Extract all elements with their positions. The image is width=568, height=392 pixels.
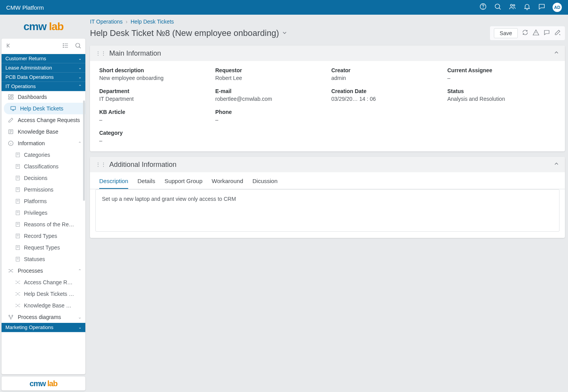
info-request-types[interactable]: Request Types: [2, 242, 85, 253]
group-diagrams[interactable]: Process diagrams⌄: [2, 311, 85, 323]
proc-access[interactable]: Access Change Requ…: [2, 277, 85, 288]
svg-point-6: [63, 45, 64, 46]
shuffle-icon: [15, 291, 21, 297]
nav-knowledge-base[interactable]: Knowledge Base: [2, 126, 85, 137]
section-lease-admin[interactable]: Lease Administration⌄: [2, 63, 85, 73]
collapse-panel-icon[interactable]: [553, 49, 560, 58]
description-text[interactable]: Set up a new laptop and grant view only …: [95, 189, 560, 232]
diagram-icon: [8, 314, 14, 320]
sidebar-toolbar: [2, 39, 85, 54]
footer-logo: cmw lab: [2, 377, 85, 390]
users-icon[interactable]: [509, 3, 516, 12]
doc-icon: [15, 221, 21, 227]
sidebar-scrollbar[interactable]: [83, 100, 85, 201]
list-icon[interactable]: [62, 42, 69, 51]
panel-addl-info: ⋮⋮Additional Information Description Det…: [90, 157, 565, 238]
dashboard-icon: [8, 94, 14, 100]
nav-help-desk[interactable]: Help Desk Tickets: [4, 103, 85, 114]
sidebar-search-icon[interactable]: [75, 42, 81, 51]
svg-point-7: [63, 47, 64, 48]
svg-point-1: [483, 8, 483, 8]
drag-handle-icon[interactable]: ⋮⋮: [95, 50, 106, 56]
tab-workaround[interactable]: Workaround: [212, 178, 243, 189]
doc-icon: [15, 244, 21, 251]
shuffle-icon: [15, 279, 21, 285]
doc-icon: [15, 163, 21, 170]
proc-helpdesk[interactable]: Help Desk Tickets Pr…: [2, 288, 85, 300]
value-phone: –: [215, 117, 324, 123]
warning-icon[interactable]: [532, 29, 539, 37]
info-categories[interactable]: Categories: [2, 149, 85, 161]
value-assignee: –: [448, 75, 556, 81]
svg-rect-9: [8, 95, 10, 97]
doc-icon: [15, 256, 21, 262]
search-icon[interactable]: [494, 3, 502, 12]
monitor-icon: [10, 105, 16, 112]
svg-point-3: [510, 4, 512, 6]
nav-access-change[interactable]: Access Change Requests: [2, 114, 85, 126]
section-it-ops[interactable]: IT Operations⌃: [2, 82, 85, 91]
info-permissions[interactable]: Permissions: [2, 184, 85, 195]
label-kb: KB Article: [99, 109, 208, 115]
doc-icon: [15, 152, 21, 158]
drag-handle-icon[interactable]: ⋮⋮: [95, 161, 106, 168]
section-customer-returns[interactable]: Customer Returns⌄: [2, 54, 85, 63]
doc-icon: [15, 175, 21, 181]
proc-kb[interactable]: Knowledge Base Ma…: [2, 300, 85, 311]
chat-icon[interactable]: [538, 3, 546, 12]
avatar[interactable]: AD: [553, 3, 562, 12]
section-pcb[interactable]: PCB Data Operations⌄: [2, 73, 85, 82]
label-cdate: Creation Date: [331, 88, 440, 94]
value-short-desc: New employee onboarding: [99, 75, 208, 81]
tab-support-group[interactable]: Support Group: [164, 178, 202, 189]
tab-details[interactable]: Details: [137, 178, 155, 189]
value-category: –: [99, 137, 208, 144]
label-status: Status: [448, 88, 556, 94]
crumb-it-ops[interactable]: IT Operations: [90, 19, 123, 25]
bell-icon[interactable]: [523, 3, 531, 12]
save-button[interactable]: Save: [494, 28, 518, 38]
collapse-icon[interactable]: [5, 42, 12, 51]
doc-icon: [15, 233, 21, 239]
doc-icon: [15, 187, 21, 193]
collapse-panel-icon[interactable]: [553, 161, 560, 169]
tab-description[interactable]: Description: [99, 178, 128, 189]
help-icon[interactable]: [479, 3, 487, 12]
topbar-actions: AD: [479, 3, 562, 12]
label-assignee: Current Assignee: [448, 67, 556, 73]
info-classifications[interactable]: Classifications: [2, 161, 85, 172]
chevron-down-icon[interactable]: [281, 28, 288, 38]
group-processes[interactable]: Processes⌃: [2, 265, 85, 277]
comment-icon[interactable]: [543, 29, 550, 37]
info-reasons[interactable]: Reasons of the Requ…: [2, 219, 85, 230]
svg-point-8: [76, 43, 80, 48]
svg-point-27: [12, 315, 13, 316]
nav-dashboards[interactable]: Dashboards: [2, 91, 85, 103]
main-area: IT Operations › Help Desk Tickets Help D…: [87, 15, 568, 392]
info-platforms[interactable]: Platforms: [2, 195, 85, 207]
info-record-types[interactable]: Record Types: [2, 230, 85, 242]
shuffle-icon: [15, 302, 21, 309]
refresh-icon[interactable]: [522, 29, 529, 37]
edit-dropdown-icon[interactable]: [554, 29, 561, 37]
panel-title: Main Information: [109, 49, 161, 58]
svg-rect-13: [11, 107, 15, 110]
sidebar: Customer Returns⌄ Lease Administration⌄ …: [2, 39, 85, 374]
crumb-help-desk[interactable]: Help Desk Tickets: [131, 19, 174, 25]
doc-icon: [15, 210, 21, 216]
svg-rect-10: [11, 95, 13, 96]
info-decisions[interactable]: Decisions: [2, 172, 85, 184]
book-icon: [8, 129, 14, 135]
topbar: CMW Platform AD: [0, 0, 568, 15]
info-statuses[interactable]: Statuses: [2, 253, 85, 265]
svg-point-26: [9, 315, 10, 316]
svg-point-4: [513, 5, 515, 6]
label-requestor: Requestor: [215, 67, 324, 73]
left-column: cmw lab Customer Returns⌄ Lease Administ…: [0, 15, 87, 392]
breadcrumb: IT Operations › Help Desk Tickets: [90, 15, 565, 25]
group-information[interactable]: Information⌃: [2, 137, 85, 149]
doc-icon: [15, 198, 21, 204]
tab-discussion[interactable]: Dicussion: [253, 178, 278, 189]
info-privileges[interactable]: Privileges: [2, 207, 85, 219]
section-marketing[interactable]: Marketing Operations⌄: [2, 323, 85, 332]
